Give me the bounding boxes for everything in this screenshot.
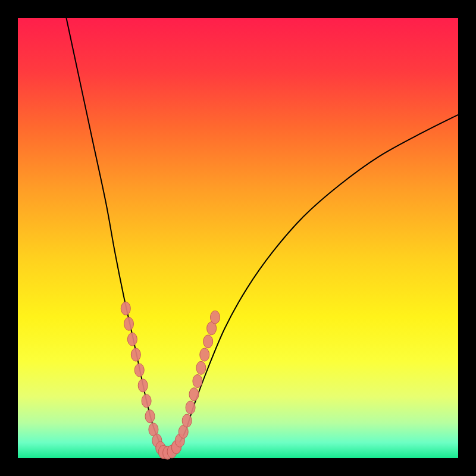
curve-layer	[18, 18, 458, 458]
marker-point	[189, 388, 199, 401]
marker-point	[127, 333, 137, 346]
marker-point	[193, 375, 202, 388]
marker-point	[131, 348, 140, 361]
marker-point	[203, 335, 213, 348]
marker-point	[138, 379, 148, 392]
marker-point	[145, 410, 155, 423]
plot-area: TheBottleneck.com	[18, 18, 458, 458]
gradient-background	[18, 18, 458, 458]
chart-frame: TheBottleneck.com	[0, 0, 476, 476]
marker-point	[121, 302, 130, 315]
marker-point	[211, 311, 220, 324]
marker-point	[196, 361, 206, 374]
marker-point	[124, 317, 133, 330]
marker-point	[134, 364, 144, 377]
marker-point	[200, 348, 209, 361]
marker-point	[186, 401, 195, 414]
marker-point	[142, 394, 151, 408]
marker-point	[182, 414, 192, 427]
